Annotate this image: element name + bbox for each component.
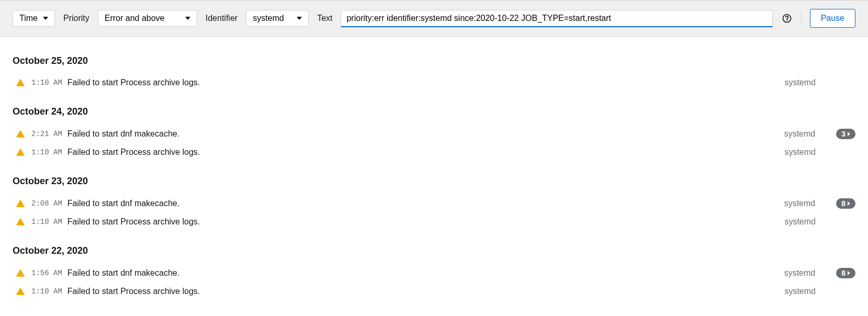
log-row[interactable]: 1:10 AMFailed to start Process archive l… (13, 283, 855, 300)
help-icon[interactable] (781, 13, 793, 24)
log-source: systemd (784, 199, 816, 208)
expand-count-badge[interactable]: 3 (836, 129, 855, 139)
log-timestamp: 1:56 AM (31, 269, 62, 277)
text-filter-label: Text (317, 14, 332, 23)
search-input[interactable] (341, 10, 772, 27)
log-source: systemd (784, 148, 816, 157)
log-message: Failed to start dnf makecache. (67, 199, 776, 208)
pause-button[interactable]: Pause (810, 9, 855, 28)
chevron-down-icon (43, 17, 48, 20)
expand-count-badge[interactable]: 8 (836, 198, 855, 209)
warning-icon (16, 78, 25, 87)
warning-icon (16, 268, 25, 278)
log-timestamp: 1:10 AM (31, 218, 62, 226)
log-source: systemd (784, 78, 816, 87)
log-row[interactable]: 2:08 AMFailed to start dnf makecache.sys… (13, 194, 855, 213)
log-row[interactable]: 2:21 AMFailed to start dnf makecache.sys… (13, 125, 855, 143)
log-row[interactable]: 1:10 AMFailed to start Process archive l… (13, 74, 855, 92)
chevron-right-icon (848, 201, 850, 206)
log-timestamp: 2:08 AM (31, 199, 62, 208)
log-source: systemd (784, 217, 816, 227)
priority-dropdown-value: Error and above (105, 14, 165, 23)
date-header: October 22, 2020 (13, 245, 855, 256)
badge-count: 8 (841, 199, 846, 208)
log-row[interactable]: 1:56 AMFailed to start dnf makecache.sys… (13, 264, 855, 283)
log-source: systemd (784, 287, 816, 296)
priority-dropdown[interactable]: Error and above (98, 10, 197, 27)
log-row[interactable]: 1:10 AMFailed to start Process archive l… (13, 143, 855, 161)
chevron-down-icon (185, 17, 190, 20)
log-source: systemd (784, 268, 816, 278)
log-message: Failed to start dnf makecache. (67, 129, 776, 139)
date-header: October 23, 2020 (13, 176, 855, 187)
warning-icon (16, 148, 25, 157)
chevron-right-icon (848, 132, 850, 136)
log-message: Failed to start Process archive logs. (67, 217, 776, 227)
identifier-dropdown-value: systemd (253, 14, 284, 23)
log-timestamp: 1:10 AM (31, 287, 62, 296)
log-timestamp: 1:10 AM (31, 78, 62, 87)
badge-count: 8 (841, 269, 846, 277)
log-source: systemd (784, 129, 816, 139)
filter-toolbar: Time Priority Error and above Identifier… (0, 0, 868, 37)
identifier-dropdown[interactable]: systemd (246, 10, 309, 27)
log-list: October 25, 20201:10 AMFailed to start P… (0, 37, 868, 313)
date-header: October 24, 2020 (13, 106, 855, 117)
badge-count: 3 (841, 130, 846, 138)
log-message: Failed to start Process archive logs. (67, 287, 776, 296)
divider (801, 12, 802, 25)
log-timestamp: 1:10 AM (31, 148, 62, 156)
warning-icon (16, 199, 25, 208)
chevron-right-icon (848, 271, 850, 275)
warning-icon (16, 129, 25, 139)
expand-count-badge[interactable]: 8 (836, 268, 855, 278)
date-header: October 25, 2020 (13, 55, 855, 66)
log-row[interactable]: 1:10 AMFailed to start Process archive l… (13, 213, 855, 231)
log-message: Failed to start Process archive logs. (67, 148, 776, 157)
log-timestamp: 2:21 AM (31, 130, 62, 138)
warning-icon (16, 217, 25, 227)
log-message: Failed to start dnf makecache. (67, 268, 776, 278)
warning-icon (16, 287, 25, 296)
log-message: Failed to start Process archive logs. (67, 78, 776, 87)
identifier-label: Identifier (206, 14, 238, 23)
time-dropdown[interactable]: Time (13, 10, 55, 27)
time-dropdown-label: Time (19, 14, 38, 23)
priority-label: Priority (63, 14, 89, 23)
chevron-down-icon (297, 17, 302, 20)
